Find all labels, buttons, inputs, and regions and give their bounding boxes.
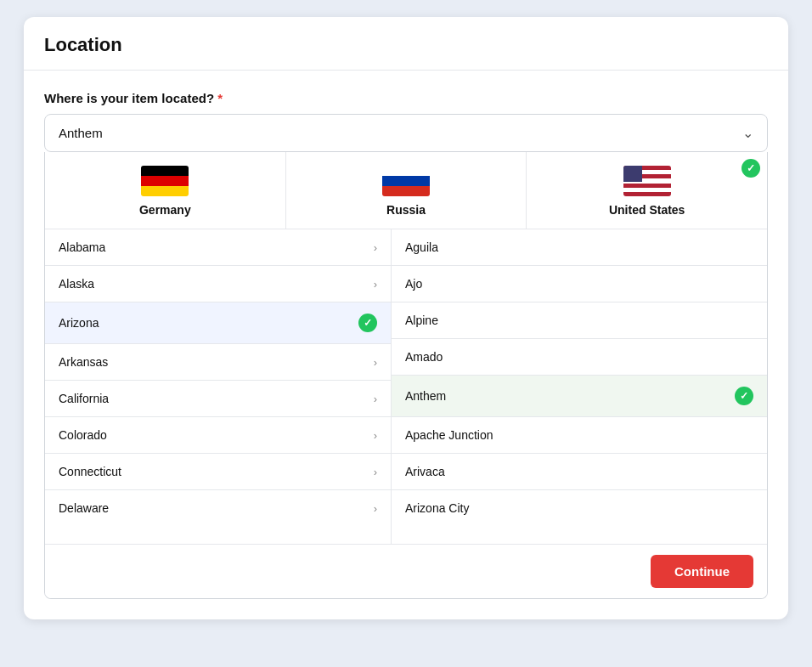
state-item-colorado[interactable]: Colorado › [45, 417, 391, 454]
card-body: Where is your item located? * Anthem ⌄ G… [24, 71, 788, 619]
chevron-icon: › [374, 429, 377, 442]
city-name-amado: Amado [405, 350, 443, 364]
city-name-ajo: Ajo [405, 277, 422, 291]
continue-button[interactable]: Continue [651, 555, 753, 588]
country-cell-germany[interactable]: Germany [45, 152, 286, 229]
dropdown-arrow-icon: ⌄ [742, 125, 753, 141]
city-name-aguila: Aguila [405, 240, 438, 254]
flag-russia [382, 166, 430, 196]
panel-footer: Continue [45, 544, 767, 598]
state-name-delaware: Delaware [59, 501, 109, 515]
chevron-icon: › [374, 278, 377, 291]
lists-row: Alabama › Alaska › Arizona ✓ Arkansas › [45, 229, 767, 544]
city-item-alpine[interactable]: Alpine [392, 302, 767, 339]
state-name-california: California [59, 392, 109, 405]
city-item-arivaca[interactable]: Arivaca [392, 454, 767, 490]
state-name-arkansas: Arkansas [59, 355, 108, 369]
chevron-icon: › [374, 466, 377, 478]
state-item-california[interactable]: California › [45, 381, 391, 417]
dropdown-panel: Germany Russia ✓ [44, 152, 768, 599]
chevron-icon: › [374, 241, 377, 254]
chevron-icon: › [374, 502, 377, 515]
city-item-anthem[interactable]: Anthem ✓ [392, 376, 767, 417]
location-dropdown[interactable]: Anthem ⌄ [44, 114, 768, 152]
state-item-arizona[interactable]: Arizona ✓ [45, 302, 391, 344]
country-name-us: United States [609, 203, 685, 217]
state-item-delaware[interactable]: Delaware › [45, 490, 391, 526]
states-list[interactable]: Alabama › Alaska › Arizona ✓ Arkansas › [45, 229, 392, 544]
country-row: Germany Russia ✓ [45, 152, 767, 229]
country-cell-united-states[interactable]: ✓ United States [527, 152, 767, 229]
city-name-arizona-city: Arizona City [405, 501, 469, 515]
country-selected-check: ✓ [742, 159, 760, 178]
city-item-arizona-city[interactable]: Arizona City [392, 490, 767, 526]
state-name-colorado: Colorado [59, 428, 107, 442]
country-cell-russia[interactable]: Russia [286, 152, 527, 229]
city-name-arivaca: Arivaca [405, 465, 445, 478]
chevron-icon: › [374, 393, 377, 405]
state-name-connecticut: Connecticut [59, 465, 121, 478]
state-check-icon: ✓ [358, 314, 377, 332]
card-header: Location [24, 17, 788, 71]
dropdown-value: Anthem [59, 126, 103, 140]
location-label-text: Where is your item located? [44, 91, 214, 105]
flag-germany [141, 166, 189, 196]
state-item-connecticut[interactable]: Connecticut › [45, 454, 391, 490]
required-star: * [214, 91, 223, 105]
state-item-alabama[interactable]: Alabama › [45, 229, 391, 266]
city-item-apache-junction[interactable]: Apache Junction [392, 417, 767, 454]
state-item-alaska[interactable]: Alaska › [45, 266, 391, 302]
city-item-ajo[interactable]: Ajo [392, 266, 767, 302]
state-name-arizona: Arizona [59, 316, 99, 330]
city-name-alpine: Alpine [405, 314, 438, 327]
city-item-aguila[interactable]: Aguila [392, 229, 767, 266]
card-title: Location [44, 34, 768, 56]
location-card: Location Where is your item located? * A… [24, 17, 788, 619]
city-check-icon: ✓ [735, 387, 753, 405]
chevron-icon: › [374, 356, 377, 369]
cities-list[interactable]: Aguila Ajo Alpine Amado Anthem ✓ [392, 229, 767, 544]
city-item-amado[interactable]: Amado [392, 339, 767, 376]
state-name-alabama: Alabama [59, 240, 105, 254]
location-section-label: Where is your item located? * [44, 91, 768, 105]
country-name-russia: Russia [386, 203, 426, 217]
state-item-arkansas[interactable]: Arkansas › [45, 344, 391, 381]
city-name-apache-junction: Apache Junction [405, 428, 493, 442]
city-name-anthem: Anthem [405, 389, 446, 403]
country-name-germany: Germany [139, 203, 191, 217]
state-name-alaska: Alaska [59, 277, 94, 291]
flag-us [623, 166, 671, 196]
